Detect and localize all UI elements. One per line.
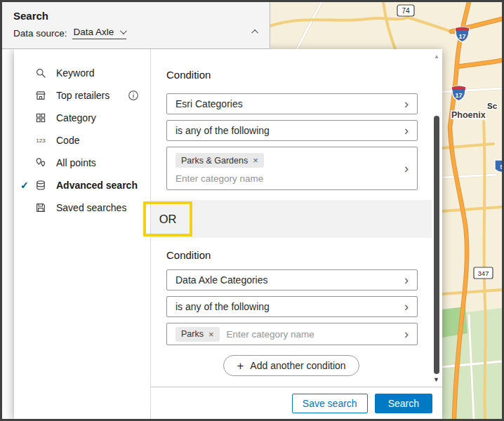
remove-tag-icon[interactable]: × [208, 329, 214, 340]
scroll-up-icon[interactable]: ▲ [434, 53, 439, 60]
scrollbar-thumb[interactable] [434, 116, 439, 374]
data-source-label: Data source: [13, 28, 67, 39]
field-value: Data Axle Categories [175, 274, 268, 286]
route-5-shield: 5 [495, 160, 502, 173]
chevron-right-icon: › [404, 162, 409, 175]
save-search-button[interactable]: Save search [292, 394, 368, 413]
sidebar-item-label: Saved searches [56, 202, 126, 213]
sidebar-item-code[interactable]: 123 Code [14, 129, 150, 152]
map-label-phoenix: Phoenix [451, 110, 486, 120]
panel-footer: Save search Search [151, 387, 442, 419]
operator-value: is any of the following [175, 125, 270, 136]
numbers-123-icon: 123 [35, 135, 46, 146]
tag-label: Parks & Gardens [181, 156, 248, 166]
grid-icon [35, 112, 46, 123]
sidebar-item-label: All points [56, 157, 96, 168]
svg-text:347: 347 [478, 269, 489, 277]
add-condition-label: Add another condition [250, 360, 345, 371]
plus-icon: + [237, 360, 244, 372]
advanced-search-panel: Keyword Top retailers [14, 49, 442, 419]
map-label-partial: Sc [487, 102, 498, 110]
add-condition-button[interactable]: + Add another condition [223, 355, 359, 376]
scroll-down-icon[interactable]: ▼ [433, 376, 439, 383]
search-icon [35, 67, 46, 79]
chevron-right-icon: › [404, 124, 409, 137]
category-input[interactable] [175, 173, 295, 184]
category-multiselect[interactable]: Parks × › [166, 323, 418, 345]
operator-select[interactable]: is any of the following › [166, 296, 418, 317]
sidebar-item-label: Top retailers [56, 90, 110, 101]
storefront-icon [35, 90, 46, 101]
chevron-right-icon: › [404, 98, 409, 110]
save-icon [35, 202, 46, 213]
operator-select[interactable]: is any of the following › [166, 120, 418, 141]
collapse-panel-button[interactable] [253, 25, 258, 37]
or-label: OR [159, 213, 177, 226]
route-347-shield: 347 [474, 267, 493, 279]
or-separator: OR [151, 200, 432, 238]
svg-text:123: 123 [36, 138, 46, 144]
field-select[interactable]: Data Axle Categories › [166, 269, 418, 290]
condition-title: Condition [166, 249, 432, 261]
chevron-down-icon [120, 27, 127, 34]
sidebar-item-all-points[interactable]: All points [14, 152, 150, 174]
page-title: Search [13, 10, 258, 22]
category-tag: Parks × [175, 327, 220, 342]
database-search-icon [35, 180, 46, 191]
category-tag: Parks & Gardens × [175, 153, 264, 168]
sidebar-item-keyword[interactable]: Keyword [14, 62, 150, 84]
sidebar-item-label: Code [56, 135, 79, 146]
sidebar-item-category[interactable]: Category [14, 107, 150, 129]
app-window: 74 17 17 347 5 Phoenix Sc Search [0, 0, 504, 421]
scrollbar[interactable]: ▲ ▼ [432, 49, 442, 387]
sidebar-item-saved-searches[interactable]: Saved searches [14, 196, 150, 219]
chevron-right-icon: › [404, 274, 409, 286]
data-source-value: Data Axle [74, 27, 114, 37]
category-input[interactable] [227, 329, 346, 340]
sidebar-item-label: Keyword [56, 67, 94, 79]
route-74-shield: 74 [397, 5, 414, 16]
sidebar-item-top-retailers[interactable]: Top retailers [14, 84, 150, 107]
svg-text:5: 5 [500, 163, 502, 171]
svg-text:17: 17 [458, 33, 465, 40]
chevron-right-icon: › [404, 328, 409, 340]
field-select[interactable]: Esri Categories › [166, 93, 418, 114]
svg-text:17: 17 [455, 92, 462, 99]
tag-label: Parks [181, 329, 204, 339]
annotation-highlight: OR [143, 201, 192, 236]
search-button[interactable]: Search [375, 394, 432, 413]
chevron-right-icon: › [404, 300, 409, 313]
field-value: Esri Categories [175, 98, 243, 109]
check-icon: ✓ [20, 180, 29, 191]
sidebar-item-label: Advanced search [56, 180, 138, 191]
search-mode-sidebar: Keyword Top retailers [14, 49, 151, 419]
info-icon[interactable] [128, 90, 139, 101]
map-pins-icon [35, 157, 46, 168]
category-multiselect[interactable]: Parks & Gardens × › [166, 147, 418, 190]
remove-tag-icon[interactable]: × [253, 155, 258, 166]
condition-title: Condition [166, 69, 432, 81]
operator-value: is any of the following [175, 301, 270, 312]
search-panel-header: Search Data source: Data Axle [2, 2, 270, 49]
sidebar-item-advanced-search[interactable]: ✓ Advanced search [14, 174, 150, 196]
svg-text:74: 74 [402, 7, 410, 15]
condition-builder: Condition Esri Categories › is any of th… [151, 49, 432, 387]
backdrop-strip [2, 49, 14, 419]
data-source-dropdown[interactable]: Data Axle [72, 27, 127, 39]
sidebar-item-label: Category [56, 112, 96, 123]
